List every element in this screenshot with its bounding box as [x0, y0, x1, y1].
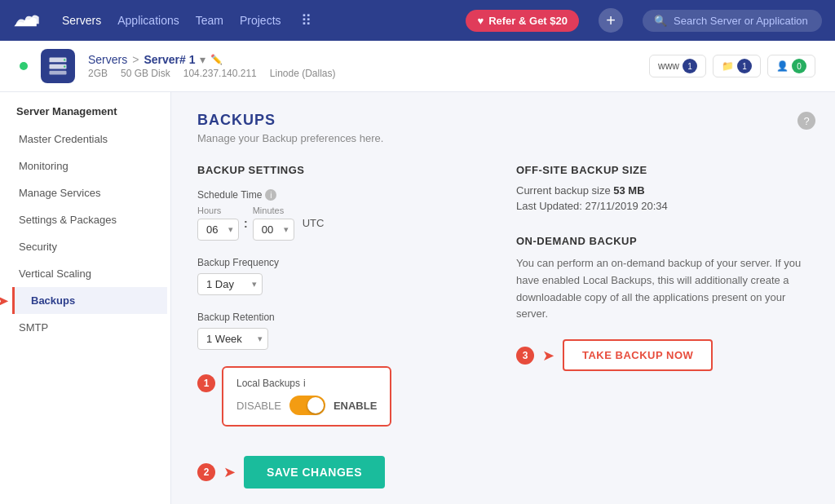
edit-icon[interactable]: ✏️	[210, 54, 223, 65]
schedule-time-label: Schedule Time i	[197, 189, 490, 201]
server-info: Servers > Server# 1 ▾ ✏️ 2GB 50 GB Disk …	[88, 53, 336, 79]
breadcrumb: Servers > Server# 1 ▾ ✏️	[88, 53, 336, 66]
sidebar-arrow-icon: ➤	[0, 292, 9, 310]
backup-retention-group: Backup Retention 1 Week 2 Weeks 1 Month	[197, 312, 490, 350]
server-name: Server# 1	[144, 53, 195, 66]
www-badge[interactable]: www 1	[649, 55, 706, 77]
schedule-time-group: Schedule Time i Hours 06 000102030405 07…	[197, 189, 490, 241]
on-demand-description: You can perform an on-demand backup of y…	[516, 255, 809, 323]
add-button[interactable]: +	[599, 8, 623, 33]
top-navigation: Servers Applications Team Projects ⠿ ♥ R…	[0, 0, 835, 41]
server-ram: 2GB	[88, 68, 108, 79]
users-badge[interactable]: 👤 0	[767, 55, 815, 77]
local-backups-annotation-row: 1 Local Backups i DISABLE ENABLE	[197, 366, 490, 443]
search-input[interactable]	[674, 15, 811, 27]
schedule-time-info-icon[interactable]: i	[265, 189, 276, 201]
server-header: Servers > Server# 1 ▾ ✏️ 2GB 50 GB Disk …	[0, 41, 835, 92]
content-grid: BACKUP SETTINGS Schedule Time i Hours 06	[197, 164, 809, 489]
annotation-2: 2	[197, 463, 215, 481]
sidebar-item-backups[interactable]: Backups	[12, 287, 167, 314]
retention-select-wrapper: 1 Week 2 Weeks 1 Month	[197, 328, 268, 350]
left-panel: BACKUP SETTINGS Schedule Time i Hours 06	[197, 164, 490, 489]
hours-select[interactable]: 06 000102030405 070809101112	[197, 219, 239, 241]
sidebar-item-settings[interactable]: Settings & Packages	[0, 206, 170, 233]
on-demand-title: ON-DEMAND BACKUP	[516, 235, 809, 247]
svg-point-4	[64, 65, 65, 67]
sidebar-item-monitoring[interactable]: Monitoring	[0, 153, 170, 179]
annotation-1: 1	[197, 374, 215, 392]
minutes-select[interactable]: 00 153045	[253, 219, 294, 241]
main-content: ? BACKUPS Manage your Backup preferences…	[171, 92, 835, 504]
sidebar-item-vertical-scaling[interactable]: Vertical Scaling	[0, 260, 170, 287]
files-badge[interactable]: 📁 1	[713, 55, 761, 77]
disable-label: DISABLE	[236, 400, 281, 412]
hours-label: Hours	[197, 206, 239, 215]
local-backups-toggle[interactable]	[289, 396, 325, 415]
nav-projects[interactable]: Projects	[240, 14, 281, 27]
nav-team[interactable]: Team	[196, 14, 223, 27]
breadcrumb-separator: >	[132, 53, 139, 66]
local-backups-info-icon[interactable]: i	[303, 378, 306, 389]
www-label: www	[658, 60, 679, 72]
sidebar-section-title: Server Management	[0, 105, 170, 126]
offsite-backup-section: OFF-SITE BACKUP SIZE Current backup size…	[516, 164, 809, 212]
grid-icon[interactable]: ⠿	[301, 11, 311, 29]
save-changes-button[interactable]: SAVE CHANGES	[244, 456, 385, 489]
frequency-select[interactable]: 1 Day 2 Days 3 Days 1 Week	[197, 273, 263, 295]
avatar	[41, 49, 75, 83]
retention-select[interactable]: 1 Week 2 Weeks 1 Month	[197, 328, 268, 350]
sidebar-item-manage-services[interactable]: Manage Services	[0, 179, 170, 206]
hours-group: Hours 06 000102030405 070809101112	[197, 206, 239, 241]
users-count: 0	[792, 59, 806, 73]
search-icon: 🔍	[654, 15, 667, 27]
minutes-label: Minutes	[253, 206, 294, 215]
search-bar[interactable]: 🔍	[643, 10, 822, 32]
server-disk: 50 GB Disk	[121, 68, 170, 79]
time-selects: Hours 06 000102030405 070809101112 :	[197, 206, 490, 241]
server-meta: 2GB 50 GB Disk 104.237.140.211 Linode (D…	[88, 68, 336, 79]
backup-size-value: 53 MB	[613, 184, 644, 197]
user-icon: 👤	[776, 60, 789, 72]
heart-icon: ♥	[477, 15, 484, 27]
save-arrow-icon: ➤	[223, 463, 236, 481]
main-layout: Server Management Master Credentials Mon…	[0, 92, 835, 504]
minutes-group: Minutes 00 153045	[253, 206, 294, 241]
nav-applications[interactable]: Applications	[117, 14, 179, 27]
svg-rect-2	[50, 71, 67, 75]
take-backup-arrow-icon: ➤	[542, 347, 554, 365]
www-count: 1	[683, 59, 697, 73]
take-backup-row: 3 ➤ TAKE BACKUP NOW	[516, 339, 809, 371]
page-title: BACKUPS	[197, 112, 809, 129]
sidebar: Server Management Master Credentials Mon…	[0, 92, 171, 504]
on-demand-section: ON-DEMAND BACKUP You can perform an on-d…	[516, 235, 809, 371]
svg-point-3	[64, 59, 65, 60]
take-backup-button[interactable]: TAKE BACKUP NOW	[563, 339, 713, 371]
backup-frequency-group: Backup Frequency 1 Day 2 Days 3 Days 1 W…	[197, 257, 490, 295]
help-icon[interactable]: ?	[797, 112, 815, 130]
local-backups-title: Local Backups i	[236, 378, 377, 389]
server-ip: 104.237.140.211	[183, 68, 257, 79]
dropdown-icon[interactable]: ▾	[200, 53, 205, 66]
refer-button[interactable]: ♥ Refer & Get $20	[466, 10, 579, 32]
last-updated: Last Updated: 27/11/2019 20:34	[516, 200, 809, 212]
sidebar-item-security[interactable]: Security	[0, 233, 170, 260]
nav-servers[interactable]: Servers	[62, 14, 101, 27]
page-subtitle: Manage your Backup preferences here.	[197, 132, 809, 144]
minutes-select-wrapper: 00 153045	[253, 219, 294, 241]
sidebar-item-master-credentials[interactable]: Master Credentials	[0, 126, 170, 153]
utc-label: UTC	[303, 217, 325, 229]
folder-icon: 📁	[722, 60, 734, 72]
backup-settings-label: BACKUP SETTINGS	[197, 164, 490, 176]
logo[interactable]	[13, 11, 42, 30]
save-changes-row: 2 ➤ SAVE CHANGES	[197, 456, 490, 489]
enable-label: ENABLE	[334, 400, 377, 412]
current-backup-size: Current backup size 53 MB	[516, 184, 809, 197]
last-updated-value: 27/11/2019 20:34	[585, 200, 668, 212]
offsite-title: OFF-SITE BACKUP SIZE	[516, 164, 809, 176]
sidebar-item-smtp[interactable]: SMTP	[0, 314, 170, 341]
nav-links: Servers Applications Team Projects	[62, 14, 281, 27]
breadcrumb-servers[interactable]: Servers	[88, 53, 127, 66]
server-location: Linode (Dallas)	[270, 68, 336, 79]
files-count: 1	[737, 59, 752, 73]
backup-retention-label: Backup Retention	[197, 312, 490, 323]
